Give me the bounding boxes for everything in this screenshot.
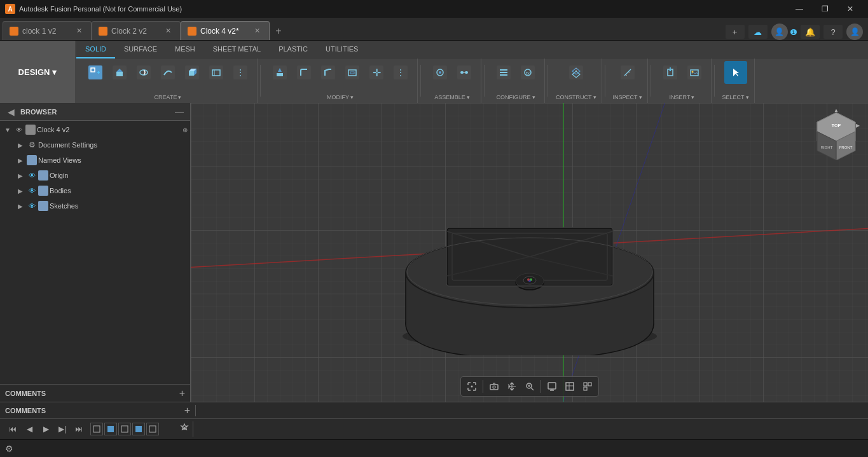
tab-close-clock2[interactable]: ✕ (163, 25, 174, 36)
vp-camera-button[interactable] (486, 378, 502, 395)
tab-clock4v2[interactable]: Clock 4 v2* ✕ (181, 21, 270, 40)
user-avatar[interactable]: 👤 (771, 24, 788, 40)
namedviews-expand-icon[interactable]: ▶ (15, 155, 25, 165)
new-component-button[interactable] (84, 61, 107, 84)
sketches-visibility-icon[interactable]: 👁 (27, 201, 37, 211)
shell-button[interactable] (341, 61, 364, 84)
press-pull-button[interactable] (268, 61, 291, 84)
toolbar-tab-utilities[interactable]: UTILITIES (317, 41, 367, 58)
configure-label[interactable]: CONFIGURE ▾ (497, 94, 535, 100)
notification-icon[interactable]: 🔔 (801, 25, 820, 39)
box-button[interactable] (181, 61, 203, 84)
toolbar-tab-sheetmetal[interactable]: SHEET METAL (204, 41, 270, 58)
vp-display-button[interactable] (544, 378, 560, 395)
timeline-frame2-icon[interactable] (104, 423, 117, 435)
motion-link-button[interactable] (453, 61, 476, 84)
more-modify-button[interactable]: ⋮ (389, 61, 412, 84)
measure-button[interactable] (616, 61, 639, 84)
select-label[interactable]: SELECT ▾ (722, 94, 749, 100)
timeline-frame5-icon[interactable] (146, 423, 159, 435)
timeline-next-button[interactable]: ▶| (55, 421, 70, 437)
offset-plane-button[interactable] (565, 61, 588, 84)
tab-clock1v2[interactable]: clock 1 v2 ✕ (3, 21, 92, 40)
svg-text:FRONT: FRONT (839, 146, 853, 149)
move-button[interactable]: ✛ (365, 61, 388, 84)
maximize-button[interactable]: ❐ (812, 0, 837, 18)
sketch-button[interactable] (205, 61, 228, 84)
origin-visibility-icon[interactable]: 👁 (27, 170, 37, 181)
vp-grid-button[interactable] (561, 378, 578, 395)
browser-row-root[interactable]: ▼ 👁 Clock 4 v2 ⊕ (0, 122, 190, 137)
timeline-settings-button[interactable] (179, 423, 190, 436)
create-rule-button[interactable]: fx (516, 61, 539, 84)
browser-row-bodies[interactable]: ▶ 👁 Bodies (0, 183, 190, 198)
docsettings-expand-icon[interactable]: ▶ (15, 140, 25, 150)
timeline-frame1-icon[interactable] (90, 423, 103, 435)
select-button[interactable] (724, 61, 747, 84)
tab-close-clock1[interactable]: ✕ (74, 25, 85, 36)
close-button[interactable]: ✕ (837, 0, 863, 18)
change-params-button[interactable] (492, 61, 515, 84)
vp-zoom-button[interactable] (521, 378, 538, 395)
insert-label[interactable]: INSERT ▾ (670, 94, 695, 100)
root-visibility-icon[interactable]: 👁 (14, 125, 24, 135)
toolbar-tab-solid[interactable]: SOLID (76, 41, 115, 58)
vp-pan-button[interactable] (504, 378, 520, 395)
tab-clock2v2[interactable]: Clock 2 v2 ✕ (92, 21, 181, 40)
assemble-label[interactable]: ASSEMBLE ▾ (434, 94, 470, 100)
comments-add-button[interactable]: + (179, 388, 185, 399)
timeline-prev-button[interactable]: ◀ (22, 421, 37, 437)
extrude-button[interactable] (108, 61, 131, 84)
online-icon[interactable]: ☁ (748, 25, 768, 39)
construct-label[interactable]: CONSTRUCT ▾ (556, 94, 596, 100)
svg-rect-2 (91, 68, 95, 72)
inspect-label[interactable]: INSPECT ▾ (613, 94, 642, 100)
create-label[interactable]: CREATE ▾ (155, 94, 182, 100)
browser-row-origin[interactable]: ▶ 👁 Origin (0, 168, 190, 183)
timeline-controls: ⏮ ◀ ▶ ▶| ⏭ (3, 421, 193, 437)
timeline-frame3-icon[interactable] (118, 423, 131, 435)
toolbar-tab-mesh[interactable]: MESH (166, 41, 204, 58)
bodies-visibility-icon[interactable]: 👁 (27, 186, 37, 196)
add-tab-icon[interactable]: + (726, 25, 745, 39)
browser-row-sketches[interactable]: ▶ 👁 Sketches (0, 198, 190, 214)
bodies-expand-icon[interactable]: ▶ (15, 186, 25, 196)
vp-fit-button[interactable] (464, 378, 480, 395)
chamfer-button[interactable] (317, 61, 340, 84)
browser-collapse-button[interactable]: — (174, 106, 185, 118)
insert-canvas-button[interactable] (683, 61, 706, 84)
sketches-expand-icon[interactable]: ▶ (15, 201, 25, 211)
more-create-button[interactable]: ⋮ (229, 61, 252, 84)
design-dropdown[interactable]: DESIGN ▾ (0, 41, 76, 103)
joint-button[interactable] (429, 61, 451, 84)
timeline-first-button[interactable]: ⏮ (5, 421, 20, 437)
vp-viewport-button[interactable] (579, 378, 596, 395)
sweep-button[interactable] (156, 61, 179, 84)
user-area[interactable]: 👤 1 (771, 24, 797, 40)
help-icon[interactable]: ? (823, 25, 843, 39)
insert-derive-button[interactable] (659, 61, 682, 84)
status-settings-icon[interactable]: ⚙ (5, 444, 13, 454)
toolbar-tab-surface[interactable]: SURFACE (115, 41, 166, 58)
timeline-frame4-icon[interactable] (132, 423, 145, 435)
root-options-icon[interactable]: ⊕ (180, 125, 190, 135)
minimize-button[interactable]: — (787, 0, 812, 18)
origin-expand-icon[interactable]: ▶ (15, 170, 25, 181)
timeline-play-button[interactable]: ▶ (38, 421, 53, 437)
browser-back-button[interactable]: ◀ (5, 106, 17, 118)
modify-label[interactable]: MODIFY ▾ (327, 94, 354, 100)
tab-close-clock4[interactable]: ✕ (252, 25, 263, 36)
viewcube-svg[interactable]: TOP FRONT RIGHT ▲ ▶ (811, 109, 862, 160)
user-icon-2[interactable]: 👤 (846, 24, 863, 40)
viewcube[interactable]: TOP FRONT RIGHT ▲ ▶ (811, 109, 862, 160)
toolbar-tab-plastic[interactable]: PLASTIC (270, 41, 317, 58)
revolve-button[interactable] (132, 61, 155, 84)
viewport[interactable]: TOP FRONT RIGHT ▲ ▶ (191, 103, 868, 402)
browser-row-named-views[interactable]: ▶ Named Views (0, 153, 190, 168)
browser-row-document-settings[interactable]: ▶ ⚙ Document Settings (0, 137, 190, 153)
fillet-button[interactable] (293, 61, 315, 84)
new-tab-button[interactable]: + (270, 22, 287, 40)
comments-add-icon[interactable]: + (184, 405, 190, 416)
root-expand-icon[interactable]: ▼ (3, 125, 13, 135)
timeline-last-button[interactable]: ⏭ (71, 421, 86, 437)
